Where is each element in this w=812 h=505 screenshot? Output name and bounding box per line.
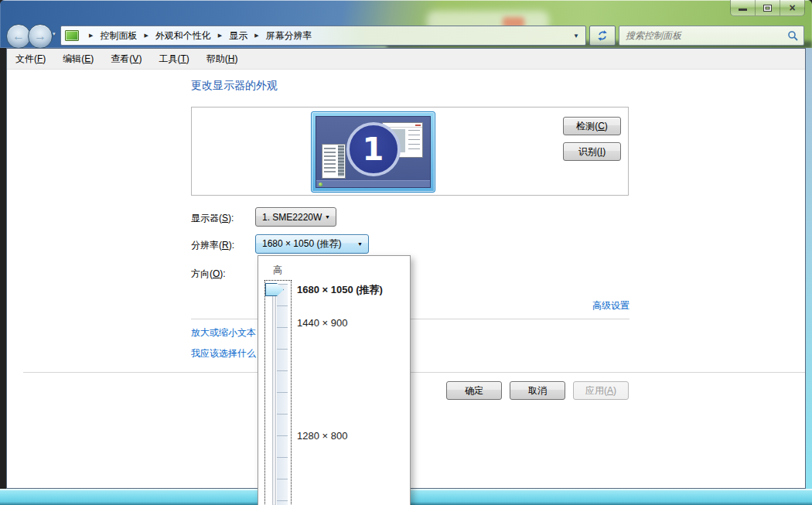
monitor-screen: 1 <box>316 116 431 188</box>
minimize-button[interactable] <box>731 0 756 15</box>
identify-button[interactable]: 识别(I) <box>563 142 621 161</box>
button-row-divider <box>23 372 805 373</box>
preview-list-window-icon <box>322 144 346 179</box>
address-bar[interactable]: ▶ 控制面板 ▶ 外观和个性化 ▶ 显示 ▶ 屏幕分辨率 ▼ <box>60 26 586 46</box>
breadcrumb-display[interactable]: 显示 <box>227 28 249 44</box>
chevron-down-icon: ▼ <box>325 214 330 220</box>
resolution-select-value: 1680 × 1050 (推荐) <box>262 237 341 251</box>
breadcrumb-appearance[interactable]: 外观和个性化 <box>154 28 213 44</box>
display-select-value: 1. SME2220W <box>262 212 322 223</box>
menu-view[interactable]: 查看(V) <box>102 49 150 69</box>
monitor-number-badge: 1 <box>346 122 401 176</box>
ok-button[interactable]: 确定 <box>446 381 502 400</box>
back-arrow-icon: ← <box>12 29 25 43</box>
chevron-down-icon: ▼ <box>357 241 363 247</box>
search-icon[interactable] <box>787 30 799 42</box>
display-label: 显示器(S): <box>191 212 234 225</box>
nav-history-chevron[interactable]: ▾ <box>53 31 56 37</box>
menu-tools[interactable]: 工具(T) <box>150 49 197 69</box>
advanced-settings-link[interactable]: 高级设置 <box>592 299 629 312</box>
breadcrumb-screen-resolution[interactable]: 屏幕分辨率 <box>264 28 314 44</box>
cancel-button[interactable]: 取消 <box>510 381 565 400</box>
resolution-select[interactable]: 1680 × 1050 (推荐) ▼ <box>255 234 369 254</box>
menu-help[interactable]: 帮助(H) <box>198 49 247 69</box>
display-select[interactable]: 1. SME2220W ▼ <box>255 207 336 227</box>
screen-resolution-window: × ← → ▾ ▶ 控制面板 ▶ 外观和个性化 ▶ 显示 ▶ 屏幕分辨率 ▼ <box>0 0 812 505</box>
breadcrumb-arrow-icon: ▶ <box>144 32 148 39</box>
breadcrumb-arrow-icon: ▶ <box>254 32 258 39</box>
resolution-option[interactable]: 1280 × 800 <box>297 430 347 442</box>
refresh-button[interactable] <box>589 26 616 46</box>
breadcrumb-control-panel[interactable]: 控制面板 <box>98 28 138 44</box>
menu-edit[interactable]: 编辑(E) <box>54 49 102 69</box>
breadcrumb-arrow-icon: ▶ <box>218 32 222 39</box>
apply-button[interactable]: 应用(A) <box>573 381 629 400</box>
preview-taskbar <box>316 180 430 187</box>
forward-button[interactable]: → <box>28 24 53 49</box>
restore-icon <box>763 5 772 12</box>
what-settings-link[interactable]: 我应该选择什么 <box>191 347 256 360</box>
maximize-button[interactable] <box>756 0 780 15</box>
breadcrumb-arrow-icon: ▶ <box>89 32 93 39</box>
resolution-flyout: 高 1680 × 1050 (推荐) 1440 × 900 1280 × 800 <box>258 255 411 505</box>
close-icon: × <box>789 2 795 13</box>
orientation-label: 方向(O): <box>191 268 226 281</box>
resolution-slider-track[interactable] <box>272 284 276 505</box>
slider-tick-marks <box>277 284 288 505</box>
resolution-label: 分辨率(R): <box>191 239 234 252</box>
resolution-option[interactable]: 1440 × 900 <box>297 317 347 329</box>
menu-bar: 文件(F) 编辑(E) 查看(V) 工具(T) 帮助(H) <box>7 49 805 70</box>
minimize-icon <box>739 9 747 11</box>
window-border-right <box>806 48 812 489</box>
window-border-left <box>0 48 6 489</box>
search-box[interactable] <box>619 26 804 46</box>
resize-text-link[interactable]: 放大或缩小文本 <box>191 326 256 340</box>
resolution-option[interactable]: 1680 × 1050 (推荐) <box>297 283 383 297</box>
page-title: 更改显示器的外观 <box>191 79 278 93</box>
caption-button-group: × <box>730 0 805 16</box>
preview-start-orb-icon <box>319 183 322 186</box>
refresh-icon <box>596 29 609 42</box>
address-dropdown-button[interactable]: ▼ <box>567 26 585 45</box>
monitor-preview[interactable]: 1 <box>311 111 435 193</box>
flyout-high-label: 高 <box>273 264 282 277</box>
close-button[interactable]: × <box>780 0 804 15</box>
search-input[interactable] <box>619 30 787 41</box>
display-location-icon <box>65 30 79 41</box>
detect-button[interactable]: 检测(C) <box>563 117 621 135</box>
menu-file[interactable]: 文件(F) <box>7 49 54 69</box>
forward-arrow-icon: → <box>34 29 46 43</box>
